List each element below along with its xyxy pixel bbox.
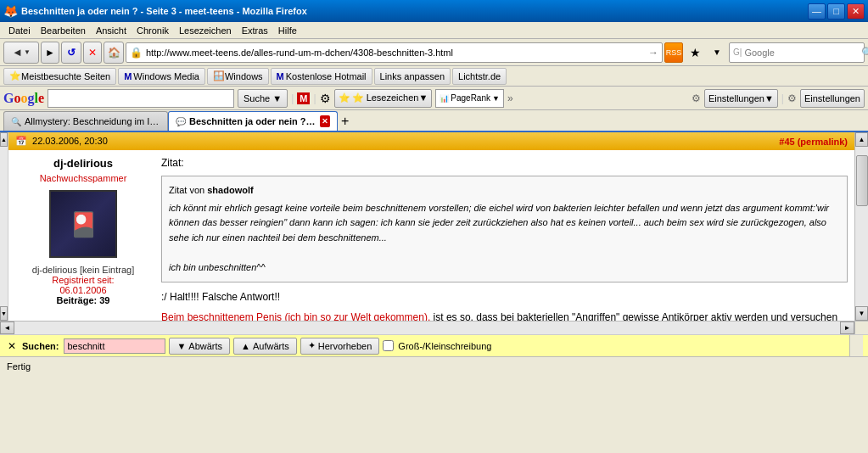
post-label: Zitat: bbox=[161, 157, 848, 169]
quote-username: shadowolf bbox=[207, 185, 253, 195]
left-scroll-down[interactable]: ▼ bbox=[0, 306, 8, 321]
google-toolbar: Google Suche ▼ | M | ⚙ ⭐ ⭐ Lesezeichen▼ … bbox=[0, 87, 868, 110]
hscroll-right-button[interactable]: ► bbox=[840, 322, 854, 334]
left-scroll-track bbox=[0, 147, 8, 306]
post-content: Zitat: Zitat von shadowolf ich könnt mir… bbox=[161, 157, 848, 321]
wm-icon: M bbox=[124, 71, 132, 81]
settings-button[interactable]: Einstellungen▼ bbox=[704, 89, 778, 108]
find-case-label[interactable]: Groß-/Kleinschreibung bbox=[383, 340, 491, 351]
menu-ansicht[interactable]: Ansicht bbox=[91, 24, 132, 37]
left-scroll-up[interactable]: ▲ bbox=[0, 132, 8, 147]
scroll-thumb[interactable] bbox=[856, 155, 868, 206]
close-button[interactable]: ✕ bbox=[847, 3, 865, 20]
lesezeichen-button[interactable]: ⭐ ⭐ Lesezeichen▼ bbox=[334, 89, 433, 108]
find-case-checkbox[interactable] bbox=[383, 340, 394, 351]
nav-search-input[interactable] bbox=[744, 48, 861, 58]
quote-box: Zitat von shadowolf ich könnt mir ehrlic… bbox=[161, 176, 848, 282]
menu-extras[interactable]: Extras bbox=[237, 24, 273, 37]
highlighted-text: Beim beschnittenem Penis (ich bin so zur… bbox=[161, 311, 430, 321]
find-highlight-button[interactable]: ✦ Hervorheben bbox=[300, 338, 380, 355]
highlight-icon: ✦ bbox=[308, 340, 316, 351]
scroll-up-button[interactable]: ▲ bbox=[855, 132, 868, 147]
firefox-icon: 🦊 bbox=[3, 4, 18, 18]
find-input[interactable] bbox=[64, 338, 165, 354]
find-up-button[interactable]: ▲ Aufwärts bbox=[233, 338, 297, 355]
bookmark-lichtstr[interactable]: Lichtstr.de bbox=[452, 68, 507, 85]
reg-date-value: 06.01.2006 bbox=[59, 285, 106, 295]
toolbar-more-icon: ⚙ bbox=[320, 92, 331, 105]
bookmark-hotmail[interactable]: M Kostenlose Hotmail bbox=[271, 68, 372, 85]
post-main-text: Beim beschnittenem Penis (ich bin so zur… bbox=[161, 310, 848, 321]
tab-close-button[interactable]: ✕ bbox=[320, 115, 330, 127]
post-body: dj-delirious Nachwuchsspammer 🎴 dj-delir… bbox=[8, 150, 854, 321]
find-down-button[interactable]: ▼ Abwärts bbox=[169, 338, 230, 355]
hscroll-track bbox=[14, 322, 840, 334]
scroll-track bbox=[855, 147, 868, 306]
gmail-icon: M bbox=[297, 92, 310, 104]
windows-icon: 🪟 bbox=[213, 70, 225, 81]
right-scrollbar: ▲ ▼ bbox=[854, 132, 868, 321]
tab-favicon-1: 🔍 bbox=[11, 117, 21, 126]
settings-button2[interactable]: Einstellungen bbox=[800, 89, 865, 108]
window-title: Beschnitten ja oder nein ? - Seite 3 - m… bbox=[21, 6, 808, 16]
horizontal-scrollbar: ◄ ► bbox=[0, 321, 868, 334]
user-regdate: Registriert seit: 06.01.2006 bbox=[15, 275, 151, 295]
tab-new-button[interactable]: + bbox=[341, 111, 349, 131]
tab-beschnitten[interactable]: 💬 Beschnitten ja oder nein ? - Seite... … bbox=[168, 111, 338, 131]
google-toolbar-logo: Google bbox=[3, 91, 44, 106]
more-button[interactable]: » bbox=[507, 92, 513, 104]
bookmark-windows-media[interactable]: M Windows Media bbox=[118, 68, 205, 85]
nav-search-container: G| 🔍 bbox=[729, 42, 865, 63]
refresh-button[interactable]: ↺ bbox=[61, 42, 81, 64]
menu-hilfe[interactable]: Hilfe bbox=[273, 24, 302, 37]
menu-chronik[interactable]: Chronik bbox=[132, 24, 174, 37]
quote-text: ich könnt mir ehrlich gesagt keine vorte… bbox=[169, 201, 840, 276]
stop-button[interactable]: ✕ bbox=[83, 42, 102, 64]
maximize-button[interactable]: □ bbox=[827, 3, 845, 20]
post-header: 📅 22.03.2006, 20:30 #45 (permalink) bbox=[8, 132, 854, 150]
pagerank-display[interactable]: 📊 PageRank ▼ bbox=[435, 89, 504, 108]
bookmark-star-button[interactable]: ★ bbox=[685, 42, 705, 63]
user-info: dj-delirious Nachwuchsspammer 🎴 dj-delir… bbox=[15, 157, 151, 321]
pagerank-arrow: ▼ bbox=[492, 94, 500, 103]
window-controls: — □ ✕ bbox=[808, 3, 865, 20]
find-label: Suchen: bbox=[22, 341, 59, 351]
google-nav-logo: G| bbox=[733, 48, 742, 57]
google-search-input[interactable] bbox=[48, 89, 234, 108]
menu-lesezeichen[interactable]: Lesezeichen bbox=[174, 24, 237, 37]
toolbar-separator1: | bbox=[291, 92, 294, 104]
scroll-down-button[interactable]: ▼ bbox=[855, 306, 868, 321]
main-area: ▲ ▼ 📅 22.03.2006, 20:30 #45 (permalink) … bbox=[0, 132, 868, 321]
go-button[interactable]: → bbox=[648, 47, 658, 59]
quote-author: Zitat von shadowolf bbox=[169, 183, 840, 198]
bookmark-windows[interactable]: 🪟 Windows bbox=[207, 68, 269, 85]
address-bar-container: 🔒 → bbox=[126, 42, 663, 63]
bookmark-meistbesuchte[interactable]: ⭐ Meistbesuchte Seiten bbox=[3, 68, 116, 85]
user-entry: dj-delirious [kein Eintrag] bbox=[15, 265, 151, 275]
titlebar: 🦊 Beschnitten ja oder nein ? - Seite 3 -… bbox=[0, 0, 868, 22]
menu-datei[interactable]: Datei bbox=[3, 24, 36, 37]
menu-bearbeiten[interactable]: Bearbeiten bbox=[36, 24, 91, 37]
back-button[interactable]: ◄ ▼ bbox=[3, 42, 39, 64]
minimize-button[interactable]: — bbox=[808, 3, 826, 20]
post-permalink[interactable]: #45 (permalink) bbox=[779, 137, 848, 147]
user-posts: Beiträge: 39 bbox=[15, 295, 151, 305]
find-close-button[interactable]: ✕ bbox=[5, 339, 19, 353]
hscroll-left-button[interactable]: ◄ bbox=[0, 322, 14, 334]
bookmark-expand-button[interactable]: ▼ bbox=[707, 42, 727, 63]
google-search-button[interactable]: Suche ▼ bbox=[238, 89, 288, 108]
search-nav-icon[interactable]: 🔍 bbox=[861, 47, 868, 59]
tab-allmystery[interactable]: 🔍 Allmystery: Beschneidung im Islam (Sei… bbox=[3, 111, 168, 131]
tab-favicon-2: 💬 bbox=[176, 117, 186, 126]
bookmark-links-anpassen[interactable]: Links anpassen bbox=[374, 68, 451, 85]
navbar: ◄ ▼ ► ↺ ✕ 🏠 🔒 → RSS ★ ▼ G| 🔍 bbox=[0, 39, 868, 66]
forward-button[interactable]: ► bbox=[41, 42, 59, 64]
status-bar: Fertig bbox=[0, 356, 868, 375]
menubar: Datei Bearbeiten Ansicht Chronik Lesezei… bbox=[0, 22, 868, 39]
rss-button[interactable]: RSS bbox=[664, 42, 683, 63]
user-avatar: 🎴 bbox=[49, 190, 117, 258]
quote-signature: ich bin unbeschnitten^^ bbox=[169, 262, 266, 272]
home-button[interactable]: 🏠 bbox=[104, 42, 124, 64]
address-input[interactable] bbox=[146, 48, 648, 58]
toolbar-right-sep: | bbox=[781, 92, 784, 104]
